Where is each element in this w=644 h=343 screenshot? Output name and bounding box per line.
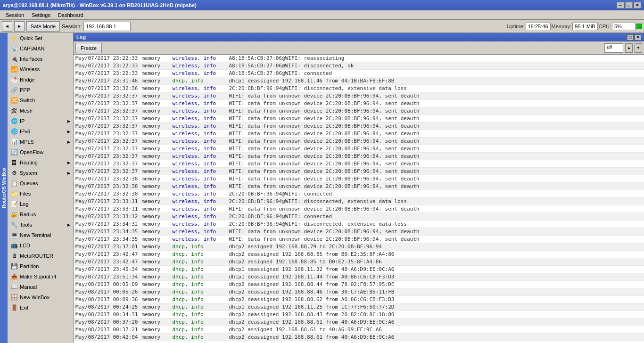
sidebar-item-mpls[interactable]: 📊 MPLS ▶ [8,137,73,147]
sidebar-item-mesh[interactable]: 🕸 Mesh [8,106,73,116]
table-row[interactable]: May/07/2017 23:32:37 memory wireless, in… [74,168,644,175]
uptime-value: 18:25:46 [526,23,551,30]
log-time: May/07/2017 23:33:12 [74,213,140,220]
log-close-button[interactable]: ✕ [635,34,641,41]
tools-icon: 🔧 [10,221,18,229]
table-row[interactable]: May/07/2017 23:22:33 memory wireless, in… [74,70,644,77]
safe-mode-button[interactable]: Safe Mode [26,21,60,32]
table-row[interactable]: May/07/2017 23:33:11 memory wireless, in… [74,205,644,213]
table-row[interactable]: May/07/2017 23:32:37 memory wireless, in… [74,107,644,115]
sidebar-item-bridge[interactable]: 🌁 Bridge [8,74,73,85]
sidebar-item-interfaces[interactable]: 🔌 Interfaces [8,54,73,64]
filter-scroll-up[interactable]: ▲ [625,43,633,53]
sidebar-item-new-terminal[interactable]: 💻 New Terminal [8,230,73,240]
sidebar-item-ppp[interactable]: 🔗 PPP [8,85,73,95]
sidebar-item-ipv6[interactable]: 🌐 IPv6 ▶ [8,126,73,137]
table-row[interactable]: May/07/2017 23:42:47 memory dhcp, info d… [74,258,644,266]
sidebar-item-files[interactable]: 📁 Files [8,188,73,199]
table-row[interactable]: May/07/2017 23:32:37 memory wireless, in… [74,138,644,145]
table-row[interactable]: May/07/2017 23:32:36 memory wireless, in… [74,85,644,92]
table-row[interactable]: May/07/2017 23:32:37 memory wireless, in… [74,160,644,168]
table-row[interactable]: May/08/2017 00:05:26 memory dhcp, info d… [74,288,644,296]
table-row[interactable]: May/07/2017 23:34:32 memory wireless, in… [74,220,644,228]
table-row[interactable]: May/08/2017 00:24:25 memory dhcp, info d… [74,303,644,311]
sidebar-item-openflow[interactable]: 🔄 OpenFlow [8,147,73,157]
table-row[interactable]: May/07/2017 23:32:37 memory wireless, in… [74,145,644,153]
table-row[interactable]: May/08/2017 00:42:04 memory dhcp, info d… [74,334,644,341]
table-row[interactable]: May/08/2017 00:37:20 memory dhcp, info d… [74,318,644,326]
table-row[interactable]: May/07/2017 23:32:37 memory wireless, in… [74,153,644,160]
sidebar-item-lcd[interactable]: 📺 LCD [8,240,73,251]
close-button[interactable]: ✕ [634,2,641,8]
filter-scroll-down[interactable]: ▼ [635,43,642,53]
table-row[interactable]: May/08/2017 00:37:21 memory dhcp, info d… [74,326,644,334]
sidebar-item-tools[interactable]: 🔧 Tools ▶ [8,220,73,230]
cpu-value: 5% [612,23,636,30]
menu-settings[interactable]: Settings [28,11,54,19]
menu-dashboard[interactable]: Dashboard [54,11,87,19]
log-time: May/07/2017 23:32:37 [74,153,140,160]
log-message: WIFI: data from unknown device 2C:20:0B:… [227,100,644,107]
sidebar-item-make-supout[interactable]: 📤 Make Supout.rif [8,271,73,282]
sidebar-item-queues[interactable]: 📋 Queues [8,178,73,188]
table-row[interactable]: May/07/2017 23:32:37 memory wireless, in… [74,122,644,130]
session-value[interactable]: 192.168.88.1 [83,22,131,31]
sidebar-label-capsman: CAPsMAN [20,46,70,51]
table-row[interactable]: May/08/2017 00:34:31 memory dhcp, info d… [74,311,644,318]
log-minimize-button[interactable]: □ [627,34,634,41]
forward-button[interactable]: ► [14,21,25,32]
ipv6-icon: 🌐 [10,128,18,135]
sidebar-item-manual[interactable]: 📖 Manual [8,282,73,292]
table-row[interactable]: May/07/2017 23:42:47 memory dhcp, info d… [74,251,644,258]
sidebar-item-switch[interactable]: 🔀 Switch [8,95,73,106]
manual-icon: 📖 [10,283,18,291]
window-title: arya@192.168.88.1 (MikroTik) - WinBox v6… [3,2,197,8]
log-icon: 📝 [10,200,18,208]
table-row[interactable]: May/07/2017 23:32:37 memory wireless, in… [74,130,644,138]
log-message: WIFI: data from unknown device 2C:20:0B:… [227,107,644,115]
table-row[interactable]: May/07/2017 23:32:37 memory wireless, in… [74,100,644,107]
table-row[interactable]: May/07/2017 23:34:35 memory wireless, in… [74,236,644,243]
sidebar-item-partition[interactable]: 💾 Partition [8,261,73,271]
table-row[interactable]: May/07/2017 23:31:46 memory dhcp, info d… [74,77,644,85]
sidebar-item-capsman[interactable]: 📡 CAPsMAN [8,43,73,54]
table-row[interactable]: May/08/2017 00:05:09 memory dhcp, info d… [74,281,644,288]
table-row[interactable]: May/07/2017 23:32:38 memory wireless, in… [74,190,644,198]
log-topic: dhcp, info [170,281,227,288]
log-type: memory [140,190,170,198]
minimize-button[interactable]: − [617,2,624,8]
sidebar-item-new-winbox[interactable]: 🪟 New WinBox [8,292,73,302]
ppp-icon: 🔗 [10,86,18,94]
table-row[interactable]: May/07/2017 23:32:37 memory wireless, in… [74,115,644,122]
table-row[interactable]: May/07/2017 23:22:33 memory wireless, in… [74,55,644,62]
table-row[interactable]: May/07/2017 23:32:38 memory wireless, in… [74,175,644,183]
sidebar-item-metarouter[interactable]: 🖥 MetaROUTER [8,251,73,261]
table-row[interactable]: May/07/2017 23:33:12 memory wireless, in… [74,213,644,220]
table-row[interactable]: May/07/2017 23:34:35 memory wireless, in… [74,228,644,236]
back-button[interactable]: ◄ [2,21,12,32]
table-row[interactable]: May/07/2017 23:37:01 memory dhcp, info d… [74,243,644,251]
sidebar-item-exit[interactable]: 🚪 Exit [8,302,73,313]
filter-select[interactable]: all [604,43,623,53]
table-row[interactable]: May/07/2017 23:32:37 memory wireless, in… [74,92,644,100]
log-table-wrapper[interactable]: May/07/2017 23:22:33 memory wireless, in… [74,55,644,343]
sidebar-item-routing[interactable]: 🛤 Routing ▶ [8,157,73,168]
sidebar-item-log[interactable]: 📝 Log [8,199,73,209]
sidebar-item-system[interactable]: ⚙ System ▶ [8,168,73,178]
log-type: memory [140,138,170,145]
sidebar-item-ip[interactable]: 🌐 IP ▶ [8,116,73,126]
sidebar-item-wireless[interactable]: 📶 Wireless [8,64,73,74]
table-row[interactable]: May/07/2017 23:32:38 memory wireless, in… [74,183,644,190]
sidebar-item-radius[interactable]: 🔐 Radius [8,209,73,220]
table-row[interactable]: May/07/2017 23:45:34 memory dhcp, info d… [74,266,644,273]
table-row[interactable]: May/07/2017 23:22:33 memory wireless, in… [74,62,644,70]
log-topic: wireless, info [170,198,227,205]
table-row[interactable]: May/07/2017 23:33:11 memory wireless, in… [74,198,644,205]
log-type: memory [140,130,170,138]
table-row[interactable]: May/07/2017 23:51:34 memory dhcp, info d… [74,273,644,281]
freeze-button[interactable]: Freeze [75,43,102,53]
maximize-button[interactable]: □ [625,2,633,8]
table-row[interactable]: May/08/2017 00:09:36 memory dhcp, info d… [74,296,644,303]
sidebar-item-quick-set[interactable]: ⚡ Quick Set [8,33,73,43]
menu-session[interactable]: Session [2,11,28,19]
